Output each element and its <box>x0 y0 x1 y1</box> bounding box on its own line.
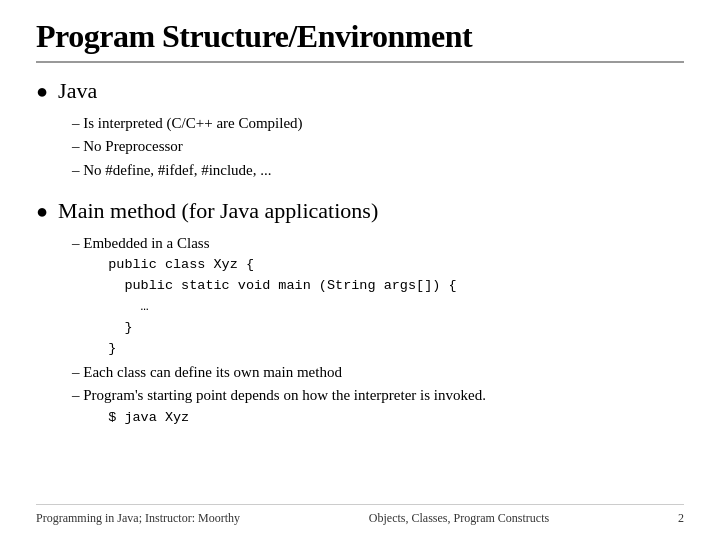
bullet-section-java: ● Java – Is interpreted (C/C++ are Compi… <box>36 77 684 181</box>
footer-center: Objects, Classes, Program Constructs <box>369 511 549 526</box>
bullet-main-java: ● Java <box>36 77 684 106</box>
java-sub-items: – Is interpreted (C/C++ are Compiled) – … <box>72 112 684 182</box>
main-sub-starting-point: – Program's starting point depends on ho… <box>72 384 684 407</box>
main-sub-each-class: – Each class can define its own main met… <box>72 361 684 384</box>
java-sub-2: – No Preprocessor <box>72 135 684 158</box>
content: ● Java – Is interpreted (C/C++ are Compi… <box>36 77 684 504</box>
java-sub-1: – Is interpreted (C/C++ are Compiled) <box>72 112 684 135</box>
bullet-label-java: Java <box>58 77 97 106</box>
code-block-java-xyz: $ java Xyz <box>92 408 684 429</box>
slide: Program Structure/Environment ● Java – I… <box>0 0 720 540</box>
slide-title: Program Structure/Environment <box>36 18 684 55</box>
bullet-dot-main: ● <box>36 198 48 224</box>
java-sub-3: – No #define, #ifdef, #include, ... <box>72 159 684 182</box>
bullet-section-main: ● Main method (for Java applications) – … <box>36 197 684 429</box>
footer-right: 2 <box>678 511 684 526</box>
bullet-label-main: Main method (for Java applications) <box>58 197 378 226</box>
code-block-xyz: public class Xyz { public static void ma… <box>92 255 684 360</box>
title-area: Program Structure/Environment <box>36 18 684 63</box>
footer-left: Programming in Java; Instructor: Moorthy <box>36 511 240 526</box>
bullet-main-main: ● Main method (for Java applications) <box>36 197 684 226</box>
bullet-dot-java: ● <box>36 78 48 104</box>
main-sub-items: – Embedded in a Class public class Xyz {… <box>72 232 684 429</box>
footer: Programming in Java; Instructor: Moorthy… <box>36 504 684 526</box>
main-sub-embedded: – Embedded in a Class <box>72 232 684 255</box>
